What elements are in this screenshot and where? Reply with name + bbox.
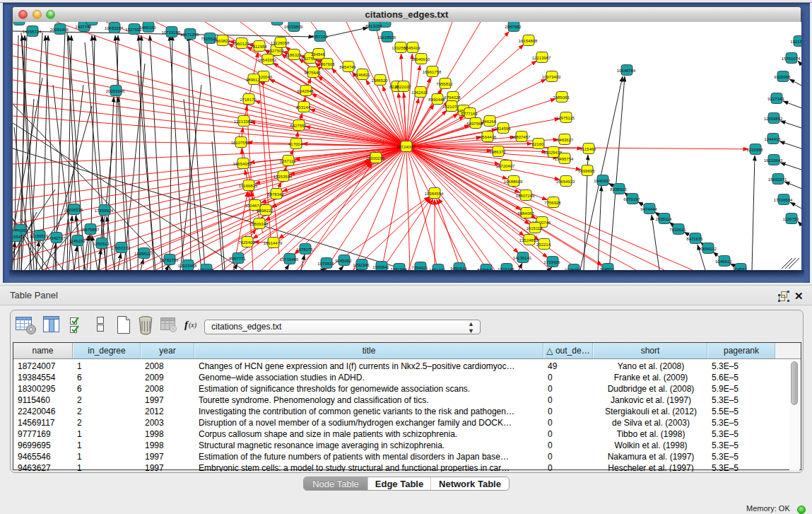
svg-text:8454749: 8454749 — [339, 65, 356, 69]
svg-text:8878342: 8878342 — [267, 192, 284, 197]
svg-text:16782759: 16782759 — [160, 258, 179, 262]
svg-text:13353594: 13353594 — [273, 175, 293, 179]
svg-text:2935114: 2935114 — [656, 217, 673, 221]
svg-text:2087682: 2087682 — [505, 25, 522, 29]
svg-text:9777169: 9777169 — [461, 112, 478, 116]
svg-text:10463627: 10463627 — [555, 138, 574, 142]
svg-text:16671355: 16671355 — [180, 33, 199, 37]
svg-text:16654923: 16654923 — [556, 180, 575, 184]
svg-text:1615112: 1615112 — [526, 226, 543, 230]
svg-text:924561: 924561 — [733, 267, 748, 271]
svg-text:13495754: 13495754 — [555, 157, 574, 161]
svg-text:1588520: 1588520 — [371, 78, 388, 83]
svg-text:924501: 924501 — [600, 267, 615, 271]
svg-text:12093852: 12093852 — [764, 117, 783, 121]
svg-text:9474444: 9474444 — [640, 207, 657, 211]
svg-text:10719155: 10719155 — [162, 30, 181, 35]
svg-text:20564436: 20564436 — [478, 135, 497, 139]
svg-text:17016504: 17016504 — [774, 198, 793, 202]
svg-text:3915541: 3915541 — [13, 235, 23, 239]
svg-text:9457771: 9457771 — [229, 257, 246, 261]
svg-text:16033809: 16033809 — [284, 25, 303, 29]
svg-text:7254021: 7254021 — [411, 266, 428, 270]
svg-text:1921850: 1921850 — [790, 40, 801, 44]
svg-text:9450612: 9450612 — [450, 267, 467, 271]
svg-text:62160: 62160 — [532, 142, 544, 146]
svg-text:3824554: 3824554 — [494, 127, 511, 131]
svg-text:9884067: 9884067 — [517, 211, 534, 216]
svg-text:9227343: 9227343 — [767, 97, 784, 101]
svg-text:15720407: 15720407 — [496, 164, 515, 168]
svg-text:7756928: 7756928 — [544, 201, 561, 205]
svg-text:1145193: 1145193 — [69, 239, 86, 243]
svg-text:1595841: 1595841 — [372, 265, 389, 269]
svg-text:16543362: 16543362 — [258, 58, 277, 62]
svg-text:8990448: 8990448 — [428, 98, 445, 102]
svg-text:9498222: 9498222 — [257, 209, 273, 213]
svg-text:10648784: 10648784 — [617, 69, 636, 73]
svg-text:7632621: 7632621 — [669, 228, 686, 232]
svg-text:9875645: 9875645 — [304, 71, 321, 75]
svg-text:19218506: 19218506 — [377, 35, 396, 40]
svg-text:6879197: 6879197 — [623, 197, 640, 201]
svg-text:1250513: 1250513 — [93, 242, 110, 246]
svg-text:20206535: 20206535 — [64, 208, 83, 212]
svg-text:3912954: 3912954 — [250, 45, 267, 49]
svg-text:746266: 746266 — [482, 119, 497, 124]
svg-text:(x): (x) — [189, 321, 197, 329]
svg-text:1362615: 1362615 — [411, 90, 428, 95]
svg-text:17342737: 17342737 — [47, 236, 66, 240]
svg-text:10688609: 10688609 — [504, 180, 523, 184]
svg-text:252214: 252214 — [536, 243, 551, 247]
svg-text:10654112: 10654112 — [698, 247, 717, 251]
svg-text:20053346: 20053346 — [106, 89, 125, 93]
svg-text:8427552: 8427552 — [290, 124, 307, 128]
svg-text:8975641: 8975641 — [477, 268, 494, 271]
svg-text:15751074: 15751074 — [782, 57, 801, 61]
svg-text:19975887: 19975887 — [81, 228, 100, 232]
svg-text:15716485: 15716485 — [280, 257, 299, 262]
svg-text:7625402: 7625402 — [238, 240, 255, 245]
svg-text:417004: 417004 — [288, 142, 303, 146]
svg-text:10973493: 10973493 — [542, 75, 561, 79]
svg-text:9245612: 9245612 — [715, 259, 732, 264]
svg-text:13226058: 13226058 — [271, 41, 290, 45]
svg-text:18807249: 18807249 — [516, 194, 535, 198]
svg-text:15809348: 15809348 — [249, 222, 269, 226]
svg-text:6497568: 6497568 — [466, 122, 483, 126]
svg-text:17359924: 17359924 — [95, 209, 114, 213]
svg-text:12975115: 12975115 — [556, 116, 575, 120]
svg-text:9115460: 9115460 — [580, 147, 597, 151]
svg-text:16210643: 16210643 — [764, 158, 783, 163]
svg-text:9242848: 9242848 — [297, 89, 314, 93]
svg-text:8471676: 8471676 — [686, 237, 703, 241]
svg-text:9146821: 9146821 — [353, 73, 370, 77]
svg-text:16107552: 16107552 — [231, 141, 250, 145]
svg-text:7986372: 7986372 — [489, 150, 506, 154]
svg-text:8960123: 8960123 — [233, 42, 249, 46]
svg-text:1078275: 1078275 — [296, 247, 313, 252]
svg-text:1292346: 1292346 — [197, 268, 214, 271]
svg-text:1733426: 1733426 — [543, 260, 560, 264]
svg-text:11958117: 11958117 — [134, 252, 153, 256]
svg-text:10807457: 10807457 — [512, 135, 531, 139]
svg-text:19166825: 19166825 — [239, 184, 258, 188]
svg-text:1516148: 1516148 — [498, 267, 514, 271]
svg-text:12923468: 12923468 — [178, 264, 197, 268]
svg-text:16154808: 16154808 — [519, 39, 538, 43]
svg-text:3215958: 3215958 — [746, 148, 763, 152]
svg-text:1640937: 1640937 — [594, 179, 611, 183]
svg-text:7663822: 7663822 — [213, 39, 230, 43]
svg-text:9245061: 9245061 — [565, 268, 582, 271]
svg-text:7357224: 7357224 — [311, 35, 328, 39]
svg-text:9327503: 9327503 — [267, 49, 284, 53]
svg-text:8813054: 8813054 — [365, 24, 382, 28]
svg-text:9329966: 9329966 — [774, 75, 791, 79]
svg-text:1126753: 1126753 — [783, 217, 800, 221]
svg-text:8186323: 8186323 — [285, 53, 302, 57]
svg-text:16914479: 16914479 — [264, 241, 283, 245]
svg-text:12213967: 12213967 — [532, 56, 551, 60]
svg-text:18640910: 18640910 — [411, 57, 430, 62]
svg-text:6794028: 6794028 — [444, 95, 461, 100]
svg-text:1691441: 1691441 — [429, 268, 446, 271]
